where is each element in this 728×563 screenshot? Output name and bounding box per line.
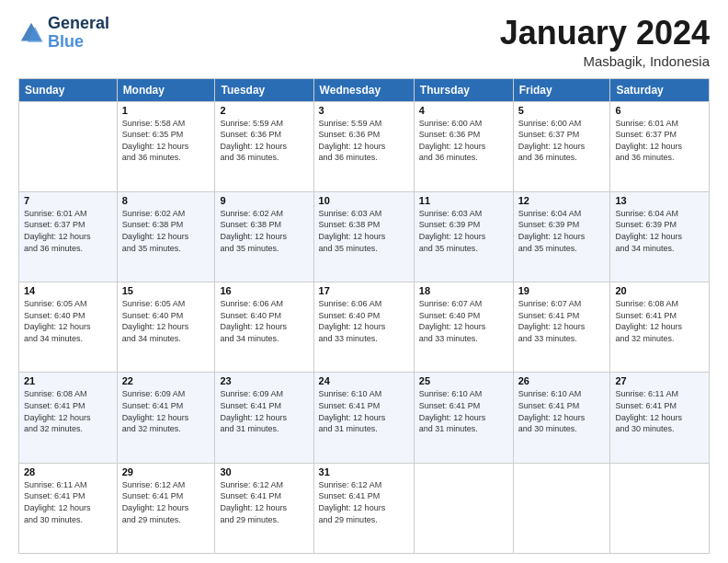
- day-info: Sunrise: 6:12 AMSunset: 6:41 PMDaylight:…: [122, 480, 189, 524]
- calendar-cell: 7 Sunrise: 6:01 AMSunset: 6:37 PMDayligh…: [19, 191, 118, 282]
- calendar-header-tuesday: Tuesday: [215, 78, 313, 101]
- day-number: 20: [615, 285, 704, 296]
- calendar-cell: [19, 101, 118, 191]
- day-number: 17: [319, 285, 409, 296]
- calendar-cell: 12 Sunrise: 6:04 AMSunset: 6:39 PMDaylig…: [513, 191, 610, 282]
- day-info: Sunrise: 6:04 AMSunset: 6:39 PMDaylight:…: [518, 209, 586, 253]
- day-info: Sunrise: 6:08 AMSunset: 6:41 PMDaylight:…: [615, 299, 682, 343]
- day-number: 22: [122, 375, 210, 386]
- calendar-cell: 4 Sunrise: 6:00 AMSunset: 6:36 PMDayligh…: [414, 101, 513, 191]
- calendar-cell: 18 Sunrise: 6:07 AMSunset: 6:40 PMDaylig…: [414, 282, 513, 373]
- day-info: Sunrise: 6:11 AMSunset: 6:41 PMDaylight:…: [615, 389, 682, 433]
- calendar-cell: 19 Sunrise: 6:07 AMSunset: 6:41 PMDaylig…: [513, 282, 610, 373]
- day-number: 13: [615, 195, 704, 206]
- calendar-cell: 5 Sunrise: 6:00 AMSunset: 6:37 PMDayligh…: [513, 101, 610, 191]
- day-number: 3: [319, 105, 409, 116]
- day-number: 4: [419, 105, 508, 116]
- calendar-cell: 28 Sunrise: 6:11 AMSunset: 6:41 PMDaylig…: [19, 463, 118, 553]
- day-number: 5: [518, 105, 606, 116]
- calendar-cell: [414, 463, 513, 553]
- day-info: Sunrise: 6:03 AMSunset: 6:38 PMDaylight:…: [319, 209, 386, 253]
- day-number: 14: [24, 285, 112, 296]
- logo-line1: General: [48, 15, 109, 33]
- day-info: Sunrise: 6:11 AMSunset: 6:41 PMDaylight:…: [24, 480, 91, 524]
- day-number: 2: [220, 105, 308, 116]
- calendar-cell: 22 Sunrise: 6:09 AMSunset: 6:41 PMDaylig…: [117, 373, 215, 463]
- day-info: Sunrise: 5:59 AMSunset: 6:36 PMDaylight:…: [319, 119, 386, 163]
- day-info: Sunrise: 6:06 AMSunset: 6:40 PMDaylight:…: [220, 299, 287, 343]
- day-number: 30: [220, 466, 308, 477]
- day-info: Sunrise: 6:10 AMSunset: 6:41 PMDaylight:…: [319, 389, 386, 433]
- calendar-cell: 26 Sunrise: 6:10 AMSunset: 6:41 PMDaylig…: [513, 373, 610, 463]
- day-number: 1: [122, 105, 210, 116]
- calendar-cell: 20 Sunrise: 6:08 AMSunset: 6:41 PMDaylig…: [610, 282, 710, 373]
- day-info: Sunrise: 6:02 AMSunset: 6:38 PMDaylight:…: [220, 209, 287, 253]
- calendar-cell: 14 Sunrise: 6:05 AMSunset: 6:40 PMDaylig…: [19, 282, 118, 373]
- day-info: Sunrise: 6:09 AMSunset: 6:41 PMDaylight:…: [220, 389, 287, 433]
- calendar-cell: 23 Sunrise: 6:09 AMSunset: 6:41 PMDaylig…: [215, 373, 313, 463]
- calendar-cell: 30 Sunrise: 6:12 AMSunset: 6:41 PMDaylig…: [215, 463, 313, 553]
- calendar-cell: 29 Sunrise: 6:12 AMSunset: 6:41 PMDaylig…: [117, 463, 215, 553]
- calendar-header-monday: Monday: [117, 78, 215, 101]
- calendar-cell: 2 Sunrise: 5:59 AMSunset: 6:36 PMDayligh…: [215, 101, 313, 191]
- day-number: 9: [220, 195, 308, 206]
- day-info: Sunrise: 6:00 AMSunset: 6:36 PMDaylight:…: [419, 119, 486, 163]
- calendar-week-row: 1 Sunrise: 5:58 AMSunset: 6:35 PMDayligh…: [19, 101, 710, 191]
- calendar-cell: 3 Sunrise: 5:59 AMSunset: 6:36 PMDayligh…: [313, 101, 414, 191]
- calendar-header-row: SundayMondayTuesdayWednesdayThursdayFrid…: [19, 78, 710, 101]
- location: Masbagik, Indonesia: [500, 53, 710, 69]
- day-info: Sunrise: 6:03 AMSunset: 6:39 PMDaylight:…: [419, 209, 486, 253]
- month-title: January 2024: [500, 15, 710, 52]
- day-number: 25: [419, 375, 508, 386]
- day-number: 8: [122, 195, 210, 206]
- calendar-cell: 8 Sunrise: 6:02 AMSunset: 6:38 PMDayligh…: [117, 191, 215, 282]
- calendar-cell: [513, 463, 610, 553]
- logo-line2: Blue: [48, 33, 109, 52]
- day-info: Sunrise: 6:12 AMSunset: 6:41 PMDaylight:…: [220, 480, 287, 524]
- calendar-header-friday: Friday: [513, 78, 610, 101]
- calendar-header-sunday: Sunday: [19, 78, 118, 101]
- day-number: 23: [220, 375, 308, 386]
- day-info: Sunrise: 6:05 AMSunset: 6:40 PMDaylight:…: [122, 299, 189, 343]
- calendar-header-wednesday: Wednesday: [313, 78, 414, 101]
- day-number: 7: [24, 195, 112, 206]
- day-number: 18: [419, 285, 508, 296]
- calendar-cell: [610, 463, 710, 553]
- calendar-week-row: 28 Sunrise: 6:11 AMSunset: 6:41 PMDaylig…: [19, 463, 710, 553]
- logo: General Blue: [18, 15, 109, 52]
- day-info: Sunrise: 6:06 AMSunset: 6:40 PMDaylight:…: [319, 299, 386, 343]
- day-info: Sunrise: 6:07 AMSunset: 6:41 PMDaylight:…: [518, 299, 586, 343]
- day-number: 27: [615, 375, 704, 386]
- day-info: Sunrise: 6:05 AMSunset: 6:40 PMDaylight:…: [24, 299, 91, 343]
- calendar-cell: 10 Sunrise: 6:03 AMSunset: 6:38 PMDaylig…: [313, 191, 414, 282]
- day-info: Sunrise: 6:08 AMSunset: 6:41 PMDaylight:…: [24, 389, 91, 433]
- day-number: 10: [319, 195, 409, 206]
- calendar-cell: 9 Sunrise: 6:02 AMSunset: 6:38 PMDayligh…: [215, 191, 313, 282]
- day-info: Sunrise: 6:04 AMSunset: 6:39 PMDaylight:…: [615, 209, 682, 253]
- day-number: 21: [24, 375, 112, 386]
- day-number: 31: [319, 466, 409, 477]
- day-number: 11: [419, 195, 508, 206]
- day-number: 26: [518, 375, 606, 386]
- logo-icon: [18, 20, 44, 46]
- header: General Blue January 2024 Masbagik, Indo…: [18, 15, 710, 69]
- calendar-cell: 13 Sunrise: 6:04 AMSunset: 6:39 PMDaylig…: [610, 191, 710, 282]
- calendar-cell: 16 Sunrise: 6:06 AMSunset: 6:40 PMDaylig…: [215, 282, 313, 373]
- calendar-table: SundayMondayTuesdayWednesdayThursdayFrid…: [18, 78, 710, 554]
- title-block: January 2024 Masbagik, Indonesia: [500, 15, 710, 69]
- day-number: 28: [24, 466, 112, 477]
- calendar-cell: 6 Sunrise: 6:01 AMSunset: 6:37 PMDayligh…: [610, 101, 710, 191]
- day-number: 15: [122, 285, 210, 296]
- day-number: 29: [122, 466, 210, 477]
- calendar-cell: 15 Sunrise: 6:05 AMSunset: 6:40 PMDaylig…: [117, 282, 215, 373]
- calendar-cell: 21 Sunrise: 6:08 AMSunset: 6:41 PMDaylig…: [19, 373, 118, 463]
- day-info: Sunrise: 6:01 AMSunset: 6:37 PMDaylight:…: [24, 209, 91, 253]
- day-number: 24: [319, 375, 409, 386]
- page: General Blue January 2024 Masbagik, Indo…: [0, 0, 728, 563]
- day-info: Sunrise: 5:59 AMSunset: 6:36 PMDaylight:…: [220, 119, 287, 163]
- calendar-week-row: 21 Sunrise: 6:08 AMSunset: 6:41 PMDaylig…: [19, 373, 710, 463]
- calendar-cell: 1 Sunrise: 5:58 AMSunset: 6:35 PMDayligh…: [117, 101, 215, 191]
- calendar-week-row: 7 Sunrise: 6:01 AMSunset: 6:37 PMDayligh…: [19, 191, 710, 282]
- day-info: Sunrise: 6:02 AMSunset: 6:38 PMDaylight:…: [122, 209, 189, 253]
- day-info: Sunrise: 6:01 AMSunset: 6:37 PMDaylight:…: [615, 119, 682, 163]
